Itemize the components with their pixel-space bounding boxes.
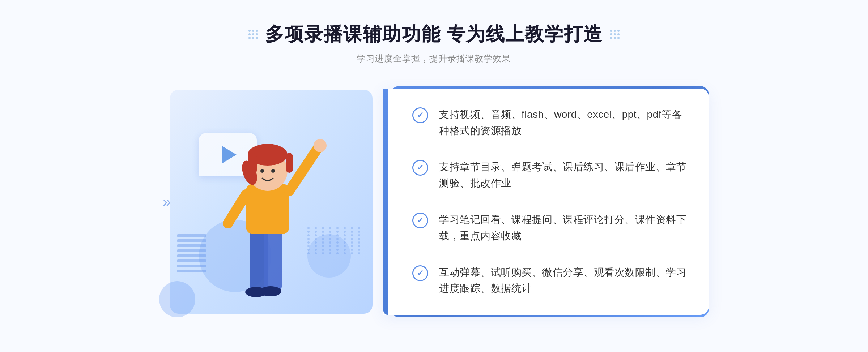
right-features-panel: ✓ 支持视频、音频、flash、word、excel、ppt、pdf等各种格式的…	[383, 89, 709, 315]
left-arrow-decoration: »	[163, 194, 171, 210]
person-illustration	[206, 111, 329, 314]
svg-rect-10	[286, 153, 293, 173]
svg-point-12	[260, 169, 264, 173]
svg-line-5	[289, 147, 318, 191]
panel-blue-bar	[383, 89, 388, 315]
feature-text-3: 学习笔记回看、课程提问、课程评论打分、课件资料下载，重点内容收藏	[439, 212, 687, 244]
svg-line-6	[228, 194, 246, 223]
checkmark-4: ✓	[417, 269, 424, 277]
illustration-background	[170, 90, 373, 314]
svg-rect-1	[264, 227, 282, 292]
feature-item-1: ✓ 支持视频、音频、flash、word、excel、ppt、pdf等各种格式的…	[405, 107, 687, 139]
svg-point-3	[260, 286, 281, 296]
checkmark-2: ✓	[417, 164, 424, 172]
feature-text-4: 互动弹幕、试听购买、微信分享、观看次数限制、学习进度跟踪、数据统计	[439, 265, 687, 297]
subtitle: 学习进度全掌握，提升录播课教学效果	[248, 53, 620, 64]
check-icon-2: ✓	[412, 160, 428, 176]
svg-point-14	[314, 139, 327, 152]
feature-text-2: 支持章节目录、弹题考试、课后练习、课后作业、章节测验、批改作业	[439, 159, 687, 192]
check-icon-4: ✓	[412, 265, 428, 281]
feature-item-4: ✓ 互动弹幕、试听购买、微信分享、观看次数限制、学习进度跟踪、数据统计	[405, 265, 687, 297]
content-wrapper: » ✓ 支持视频、音频、flash、word、excel、ppt、pdf等各种格…	[159, 79, 709, 325]
check-icon-1: ✓	[412, 107, 428, 123]
main-title: 多项录播课辅助功能 专为线上教学打造	[265, 22, 603, 47]
check-icon-3: ✓	[412, 213, 428, 228]
feature-item-3: ✓ 学习笔记回看、课程提问、课程评论打分、课件资料下载，重点内容收藏	[405, 212, 687, 244]
feature-text-1: 支持视频、音频、flash、word、excel、ppt、pdf等各种格式的资源…	[439, 107, 687, 139]
title-row: 多项录播课辅助功能 专为线上教学打造	[248, 22, 620, 47]
left-decorative-dots	[248, 30, 258, 39]
svg-point-13	[271, 169, 275, 173]
svg-rect-4	[246, 184, 289, 234]
header-section: 多项录播课辅助功能 专为线上教学打造 学习进度全掌握，提升录播课教学效果	[248, 22, 620, 64]
bottom-left-circle-decoration	[159, 281, 195, 317]
checkmark-3: ✓	[417, 216, 424, 224]
right-decorative-dots	[610, 30, 620, 39]
page-container: 多项录播课辅助功能 专为线上教学打造 学习进度全掌握，提升录播课教学效果	[0, 0, 868, 352]
illustration-wrapper: »	[159, 79, 383, 325]
checkmark-1: ✓	[417, 111, 424, 119]
feature-item-2: ✓ 支持章节目录、弹题考试、课后练习、课后作业、章节测验、批改作业	[405, 159, 687, 192]
